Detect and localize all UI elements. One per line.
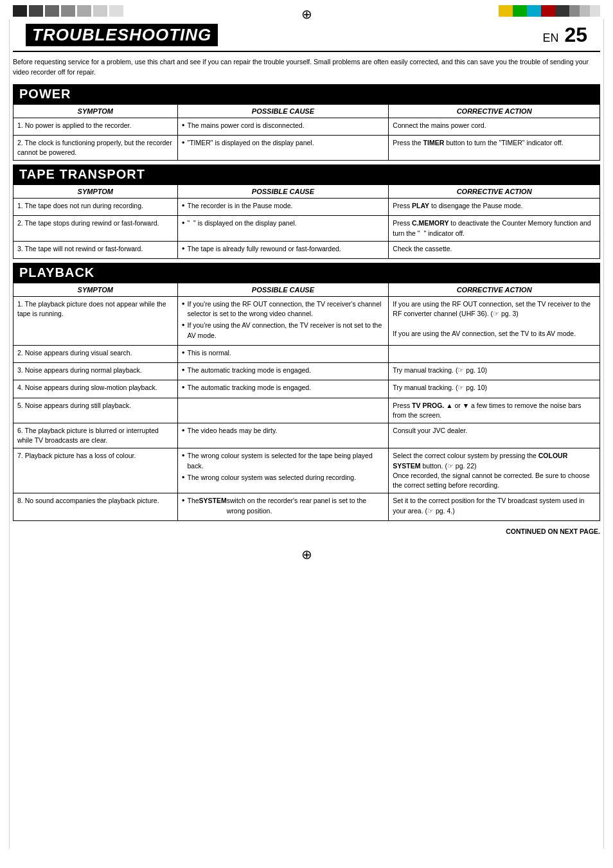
symptom-cell: 6. The playback picture is blurred or in… [13, 423, 178, 448]
top-crosshair: ⊕ [301, 6, 312, 22]
symptom-cell: 2. Noise appears during visual search. [13, 345, 178, 362]
table-row: 1. No power is applied to the recorder. … [13, 118, 600, 135]
bullet-item: The tape is already fully rewound or fas… [182, 244, 385, 254]
cbr5 [555, 5, 569, 17]
tape-transport-header: TAPE TRANSPORT [13, 164, 600, 184]
bullet-item: The video heads may be dirty. [182, 426, 385, 436]
cause-cell: The recorder is in the Pause mode. [177, 199, 389, 216]
header-top: ⊕ [0, 0, 613, 17]
table-row: 4. Noise appears during slow-motion play… [13, 380, 600, 398]
page-title: TROUBLESHOOTING [26, 24, 218, 46]
symptom-cell: 3. Noise appears during normal playback. [13, 363, 178, 380]
symptom-cell: 5. Noise appears during still playback. [13, 398, 178, 423]
action-cell: Consult your JVC dealer. [389, 423, 600, 448]
bullet-item: If you're using the RF OUT connection, t… [182, 299, 385, 319]
cbr1 [499, 5, 513, 17]
cb4 [61, 5, 75, 17]
cbr8 [590, 5, 600, 17]
left-margin [9, 19, 10, 849]
cb1 [13, 5, 27, 17]
bullet-item: The automatic tracking mode is engaged. [182, 383, 385, 393]
power-col-cause: POSSIBLE CAUSE [177, 104, 389, 118]
table-row: 6. The playback picture is blurred or in… [13, 423, 600, 448]
table-row: 8. No sound accompanies the playback pic… [13, 493, 600, 520]
table-row: 7. Playback picture has a loss of colour… [13, 448, 600, 493]
table-row: 2. Noise appears during visual search. T… [13, 345, 600, 362]
page-number: EN 25 [543, 23, 588, 47]
cb6 [93, 5, 107, 17]
action-cell: Press C.MEMORY to deactivate the Counter… [389, 216, 600, 241]
color-bar-right [499, 5, 600, 17]
table-row: 2. The tape stops during rewind or fast-… [13, 216, 600, 241]
action-cell: Connect the mains power cord. [389, 118, 600, 135]
playback-col-symptom: SYMPTOM [13, 283, 178, 297]
cause-cell: The automatic tracking mode is engaged. [177, 380, 389, 398]
cb2 [29, 5, 43, 17]
action-cell: Try manual tracking. (☞ pg. 10) [389, 363, 600, 380]
symptom-cell: 3. The tape will not rewind or fast-forw… [13, 241, 178, 258]
bullet-item: The wrong colour system is selected for … [182, 451, 385, 470]
cb3 [45, 5, 59, 17]
table-row: 2. The clock is functioning properly, bu… [13, 135, 600, 160]
table-row: 3. The tape will not rewind or fast-forw… [13, 241, 600, 258]
symptom-cell: 7. Playback picture has a loss of colour… [13, 448, 178, 493]
tape-col-symptom: SYMPTOM [13, 185, 178, 199]
cb7 [109, 5, 123, 17]
main-content: POWER SYMPTOM POSSIBLE CAUSE CORRECTIVE … [13, 84, 600, 521]
cbr2 [513, 5, 527, 17]
bullet-item: " " is displayed on the display panel. [182, 218, 385, 228]
cause-cell: The tape is already fully rewound or fas… [177, 241, 389, 258]
bullet-item: The automatic tracking mode is engaged. [182, 366, 385, 375]
action-cell: Check the cassette. [389, 241, 600, 258]
symptom-cell: 2. The clock is functioning properly, bu… [13, 135, 178, 160]
symptom-cell: 2. The tape stops during rewind or fast-… [13, 216, 178, 241]
bullet-item: The recorder is in the Pause mode. [182, 201, 385, 211]
bullet-item: The mains power cord is disconnected. [182, 121, 385, 130]
symptom-cell: 8. No sound accompanies the playback pic… [13, 493, 178, 520]
cause-cell [177, 398, 389, 423]
symptom-cell: 4. Noise appears during slow-motion play… [13, 380, 178, 398]
action-cell [389, 345, 600, 362]
cbr6 [569, 5, 580, 17]
playback-col-cause: POSSIBLE CAUSE [177, 283, 389, 297]
cbr7 [580, 5, 590, 17]
power-section: POWER SYMPTOM POSSIBLE CAUSE CORRECTIVE … [13, 84, 600, 161]
bullet-item: The wrong colour system was selected dur… [182, 473, 385, 483]
playback-header: PLAYBACK [13, 263, 600, 283]
playback-section: PLAYBACK SYMPTOM POSSIBLE CAUSE CORRECTI… [13, 263, 600, 521]
symptom-cell: 1. No power is applied to the recorder. [13, 118, 178, 135]
tape-table: SYMPTOM POSSIBLE CAUSE CORRECTIVE ACTION… [13, 184, 600, 259]
bullet-item: This is normal. [182, 348, 385, 358]
table-row: 1. The tape does not run during recordin… [13, 199, 600, 216]
tape-col-cause: POSSIBLE CAUSE [177, 185, 389, 199]
title-bar: TROUBLESHOOTING EN 25 [13, 17, 600, 52]
continued-notice: CONTINUED ON NEXT PAGE. [13, 527, 600, 535]
right-margin [603, 19, 604, 849]
cause-cell: If you're using the RF OUT connection, t… [177, 297, 389, 346]
power-col-action: CORRECTIVE ACTION [389, 104, 600, 118]
page: ⊕ TROUBLESHOOTING EN 25 Before requestin… [0, 0, 613, 868]
bottom-crosshair: ⊕ [0, 542, 613, 567]
tape-transport-section: TAPE TRANSPORT SYMPTOM POSSIBLE CAUSE CO… [13, 164, 600, 259]
power-col-symptom: SYMPTOM [13, 104, 178, 118]
power-table: SYMPTOM POSSIBLE CAUSE CORRECTIVE ACTION… [13, 104, 600, 161]
action-cell: Press PLAY to disengage the Pause mode. [389, 199, 600, 216]
table-row: 1. The playback picture does not appear … [13, 297, 600, 346]
intro-text: Before requesting service for a problem,… [13, 57, 600, 78]
action-cell: Press the TIMER button to turn the "TIME… [389, 135, 600, 160]
playback-col-action: CORRECTIVE ACTION [389, 283, 600, 297]
cause-cell: The mains power cord is disconnected. [177, 118, 389, 135]
cause-cell: The automatic tracking mode is engaged. [177, 363, 389, 380]
power-header: POWER [13, 84, 600, 104]
cb5 [77, 5, 91, 17]
action-cell: Set it to the correct position for the T… [389, 493, 600, 520]
bullet-item: "TIMER" is displayed on the display pane… [182, 138, 385, 148]
tape-col-action: CORRECTIVE ACTION [389, 185, 600, 199]
cbr3 [527, 5, 541, 17]
cause-cell: " " is displayed on the display panel. [177, 216, 389, 241]
playback-table: SYMPTOM POSSIBLE CAUSE CORRECTIVE ACTION… [13, 283, 600, 521]
action-cell: If you are using the RF OUT connection, … [389, 297, 600, 346]
cause-cell: The SYSTEM switch on the recorder's rear… [177, 493, 389, 520]
table-row: 3. Noise appears during normal playback.… [13, 363, 600, 380]
cbr4 [541, 5, 555, 17]
